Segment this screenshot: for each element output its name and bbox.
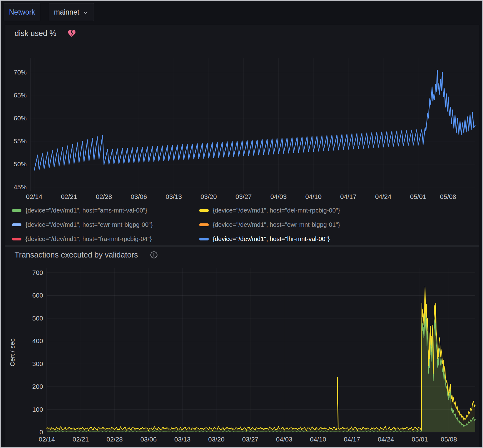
x-tick-label: 03/20 [208,436,225,443]
y-tick-label: 600 [32,292,43,299]
y-tick-label: 300 [32,360,43,367]
x-tick-label: 04/03 [276,436,292,443]
panel-disk-header: disk used % [15,29,77,38]
y-tick-label: 65% [14,92,27,99]
y-tick-label: 200 [32,383,43,390]
legend-swatch-icon [199,238,209,240]
variable-value-text: mainnet [54,8,79,16]
x-tick-label: 02/28 [106,436,123,443]
x-tick-label: 03/13 [166,193,182,200]
y-axis-title: Cert / sec [9,338,16,366]
x-tick-label: 03/06 [140,436,157,443]
y-tick-label: 55% [14,137,27,145]
x-tick-label: 03/27 [242,436,259,443]
chevron-down-icon [82,10,89,16]
transactions-chart[interactable]: 02/1402/2102/2803/0603/1303/2003/2704/03… [5,262,480,446]
legend-swatch-icon [12,238,21,240]
info-icon[interactable] [150,251,158,259]
disk-used-legend: {device="/dev/md1", host="ams-mnt-val-00… [12,203,476,246]
legend-item[interactable]: {device="/dev/md1", host="fra-mnt-rpcbig… [12,232,199,246]
x-tick-label: 02/21 [73,436,89,443]
y-tick-label: 500 [32,315,43,322]
y-tick-label: 400 [32,337,43,344]
x-tick-label: 04/24 [378,436,394,443]
x-tick-label: 04/10 [305,193,322,200]
x-tick-label: 02/28 [96,193,112,200]
series-line-{device="/dev/md1", host="lhr-mnt-val-00"} [34,70,475,171]
broken-heart-icon [67,29,77,38]
legend-label: {device="/dev/md1", host="ewr-mnt-bigpg-… [213,221,340,228]
x-tick-label: 04/17 [344,436,360,443]
panel-title-disk-used[interactable]: disk used % [15,29,56,38]
y-tick-label: 60% [14,114,27,122]
x-tick-label: 04/24 [375,193,392,200]
transactions-chart-svg: 02/1402/2102/2803/0603/1303/2003/2704/03… [5,262,480,446]
x-tick-label: 05/08 [441,436,457,443]
legend-swatch-icon [12,223,21,226]
x-tick-label: 03/27 [235,193,252,200]
x-tick-label: 02/21 [61,193,77,200]
y-tick-label: 700 [32,269,43,276]
panel-title-transactions[interactable]: Transactions executed by validators [15,250,138,259]
y-tick-label: 0 [39,428,43,436]
series-fill-validator-green [47,302,475,432]
y-tick-label: 70% [14,69,27,76]
legend-item[interactable]: {device="/dev/md1", host="ewr-mnt-bigpg-… [12,217,199,232]
legend-label: {device="/dev/md1", host="ewr-mnt-bigpg-… [25,221,153,228]
x-tick-label: 03/06 [131,193,147,200]
x-tick-label: 04/17 [340,193,357,200]
legend-item[interactable]: {device="/dev/md1", host="lhr-mnt-val-00… [199,232,476,246]
legend-label: {device="/dev/md1", host="fra-mnt-rpcbig… [25,235,152,243]
legend-swatch-icon [199,223,209,226]
x-tick-label: 05/01 [412,436,428,443]
variable-value-dropdown[interactable]: mainnet [49,3,94,21]
variable-label-text: Network [9,8,35,16]
x-tick-label: 05/01 [410,193,427,200]
variable-label-network: Network [4,3,40,21]
panel-disk-used: disk used % 02/1402/2102/2803/0603/1303/… [5,25,479,246]
x-tick-label: 03/20 [201,193,217,200]
legend-label: {device="/dev/md1", host="del-mnt-rpcbig… [213,207,340,214]
x-tick-label: 03/13 [174,436,191,443]
grafana-dashboard: Network mainnet disk used % 02/1402/2102… [0,0,483,448]
x-tick-label: 02/14 [39,436,55,443]
x-tick-label: 04/10 [310,436,326,443]
y-tick-label: 45% [14,183,27,190]
legend-item[interactable]: {device="/dev/md1", host="ewr-mnt-bigpg-… [199,217,476,232]
series-line-validator-green [47,302,475,431]
disk-used-chart[interactable]: 02/1402/2102/2803/0603/1303/2003/2704/03… [5,41,480,204]
legend-label: {device="/dev/md1", host="lhr-mnt-val-00… [213,235,330,243]
legend-swatch-icon [12,209,21,212]
x-tick-label: 02/14 [26,193,42,200]
legend-item[interactable]: {device="/dev/md1", host="del-mnt-rpcbig… [199,203,476,217]
legend-item[interactable]: {device="/dev/md1", host="ams-mnt-val-00… [12,203,199,217]
legend-swatch-icon [199,209,209,212]
x-tick-label: 04/03 [270,193,287,200]
panel-transactions: Transactions executed by validators 02/1… [5,246,479,448]
variables-bar: Network mainnet [1,1,482,24]
legend-label: {device="/dev/md1", host="ams-mnt-val-00… [25,207,147,214]
series-fill-validator-yellow [47,286,475,432]
disk-used-chart-svg: 02/1402/2102/2803/0603/1303/2003/2704/03… [5,41,480,204]
panel-tx-header: Transactions executed by validators [15,250,158,259]
y-tick-label: 100 [32,406,43,413]
series-line-validator-yellow [47,286,475,431]
x-tick-label: 05/08 [440,193,456,200]
y-tick-label: 50% [14,160,27,168]
